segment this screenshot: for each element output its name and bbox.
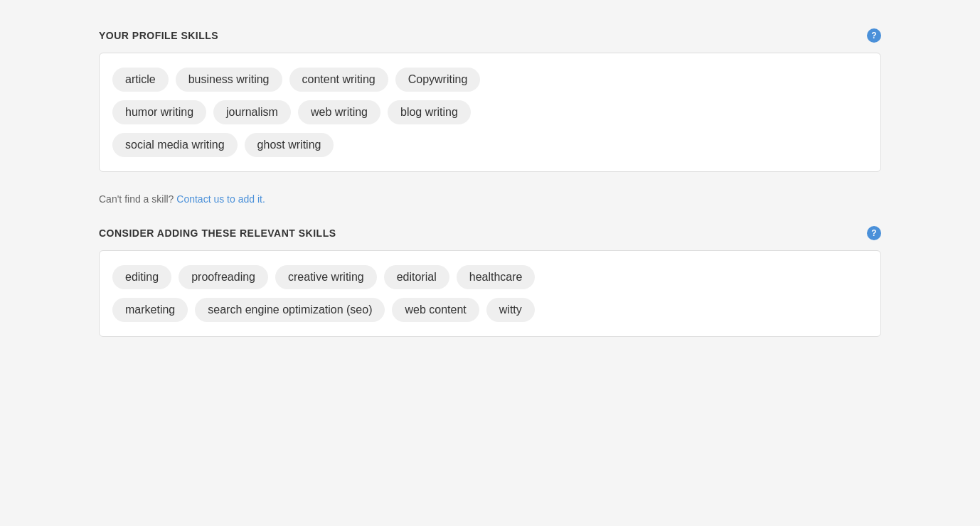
relevant-skills-row-1: editing proofreading creative writing ed… xyxy=(112,265,868,289)
skill-tag-witty[interactable]: witty xyxy=(486,298,535,322)
skill-tag-article: article xyxy=(112,68,169,92)
relevant-skills-header: CONSIDER ADDING THESE RELEVANT SKILLS ? xyxy=(99,226,881,240)
skill-tag-content-writing: content writing xyxy=(289,68,388,92)
relevant-skills-row-2: marketing search engine optimization (se… xyxy=(112,298,868,322)
profile-skills-title: YOUR PROFILE SKILLS xyxy=(99,30,218,41)
skill-tag-marketing[interactable]: marketing xyxy=(112,298,188,322)
skill-tag-social-media-writing: social media writing xyxy=(112,133,238,157)
relevant-skills-help-icon[interactable]: ? xyxy=(867,226,881,240)
profile-skills-help-icon[interactable]: ? xyxy=(867,28,881,43)
skill-tag-humor-writing: humor writing xyxy=(112,100,206,124)
skill-tag-seo[interactable]: search engine optimization (seo) xyxy=(195,298,385,322)
relevant-skills-box: editing proofreading creative writing ed… xyxy=(99,250,881,337)
skill-tag-editorial[interactable]: editorial xyxy=(384,265,449,289)
contact-us-link[interactable]: Contact us to add it. xyxy=(176,193,265,205)
skill-tag-ghost-writing: ghost writing xyxy=(245,133,334,157)
skill-tag-business-writing: business writing xyxy=(176,68,282,92)
page-container: YOUR PROFILE SKILLS ? article business w… xyxy=(99,28,881,358)
skill-tag-editing[interactable]: editing xyxy=(112,265,171,289)
skill-tag-journalism: journalism xyxy=(213,100,291,124)
skill-tag-web-content[interactable]: web content xyxy=(392,298,479,322)
skill-tag-web-writing: web writing xyxy=(298,100,380,124)
profile-skills-header: YOUR PROFILE SKILLS ? xyxy=(99,28,881,43)
cant-find-notice: Can't find a skill? Contact us to add it… xyxy=(99,193,881,205)
skill-tag-healthcare[interactable]: healthcare xyxy=(457,265,536,289)
profile-skills-box: article business writing content writing… xyxy=(99,53,881,172)
relevant-skills-section: CONSIDER ADDING THESE RELEVANT SKILLS ? … xyxy=(99,226,881,337)
skill-tag-copywriting: Copywriting xyxy=(395,68,481,92)
profile-skills-row-2: humor writing journalism web writing blo… xyxy=(112,100,868,124)
skill-tag-proofreading[interactable]: proofreading xyxy=(179,265,268,289)
skill-tag-creative-writing[interactable]: creative writing xyxy=(275,265,377,289)
profile-skills-section: YOUR PROFILE SKILLS ? article business w… xyxy=(99,28,881,172)
profile-skills-row-1: article business writing content writing… xyxy=(112,68,868,92)
relevant-skills-title: CONSIDER ADDING THESE RELEVANT SKILLS xyxy=(99,227,336,239)
cant-find-text: Can't find a skill? xyxy=(99,193,174,205)
profile-skills-row-3: social media writing ghost writing xyxy=(112,133,868,157)
skill-tag-blog-writing: blog writing xyxy=(388,100,471,124)
